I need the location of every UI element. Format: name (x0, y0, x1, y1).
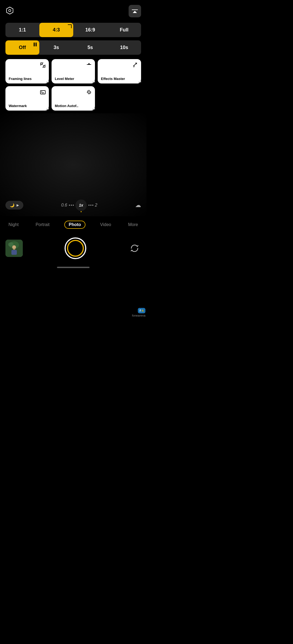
level-meter-label: Level Meter (55, 77, 92, 81)
corner-bracket (91, 107, 95, 111)
zoom-bar: 🌙 ▶ 0.6 1x 2 ☁ (0, 199, 146, 211)
corner-bracket (91, 80, 95, 83)
svg-rect-9 (40, 91, 45, 94)
zoom-toggle[interactable]: 🌙 ▶ (5, 201, 23, 210)
mode-night[interactable]: Night (6, 221, 21, 228)
framing-lines-card[interactable]: Framing lines (5, 59, 49, 83)
controls-panel: 1:1 4:3 16:9 Full Off 3s 5s 10s (0, 20, 146, 113)
svg-point-12 (89, 92, 90, 93)
svg-point-10 (42, 91, 42, 92)
flip-camera-button[interactable] (128, 242, 141, 255)
collapse-arrow-icon (133, 11, 137, 13)
bottom-controls (0, 233, 146, 265)
effects-master-card[interactable]: Effects Master (98, 59, 141, 83)
svg-rect-17 (11, 250, 17, 255)
svg-rect-18 (13, 248, 15, 250)
fonearena-text: fonearena (132, 314, 145, 317)
mode-portrait[interactable]: Portrait (33, 221, 52, 228)
level-meter-icon (86, 62, 92, 69)
mode-selector: Night Portrait Photo Video More (0, 216, 146, 233)
mode-more[interactable]: More (126, 221, 140, 228)
features-grid-row2: Watermark Motion Autof.. (5, 86, 141, 111)
shutter-inner-ring (67, 240, 84, 257)
timer-5s[interactable]: 5s (73, 40, 107, 55)
zoom-current-button[interactable]: 1x (75, 199, 87, 211)
flip-camera-icon (129, 243, 140, 254)
corner-bracket (137, 80, 141, 83)
gallery-thumbnail[interactable] (5, 240, 23, 257)
zoom-levels: 0.6 1x 2 (61, 199, 97, 211)
effects-master-label: Effects Master (101, 77, 138, 81)
framing-lines-label: Framing lines (9, 77, 46, 81)
svg-marker-8 (88, 63, 90, 65)
home-bar (57, 267, 90, 268)
timer-10s[interactable]: 10s (107, 40, 141, 55)
zoom-current-value: 1x (79, 203, 83, 207)
mode-video[interactable]: Video (98, 221, 113, 228)
moon-icon: 🌙 (10, 203, 14, 207)
settings-icon[interactable] (5, 6, 14, 16)
watermark-icon (40, 89, 46, 96)
mode-photo[interactable]: Photo (64, 221, 85, 229)
motion-autofocus-icon (86, 89, 92, 96)
timer-3s[interactable]: 3s (39, 40, 73, 55)
viewfinder[interactable]: 🌙 ▶ 0.6 1x 2 ☁ (0, 113, 146, 216)
badge-f: F (139, 309, 141, 312)
zoom-dots-left (69, 205, 74, 206)
svg-point-0 (9, 9, 11, 12)
zoom-dots-right (88, 205, 93, 206)
arrow-right-icon: ▶ (17, 203, 19, 207)
level-meter-card[interactable]: Level Meter (52, 59, 95, 83)
ratio-selector: 1:1 4:3 16:9 Full (5, 23, 141, 37)
cloud-sync-icon[interactable]: ☁ (135, 202, 141, 209)
ratio-full[interactable]: Full (107, 23, 141, 37)
collapse-line (132, 9, 138, 10)
features-grid-row1: Framing lines Level Meter (5, 59, 141, 83)
ratio-4-3[interactable]: 4:3 (39, 23, 73, 37)
svg-rect-1 (41, 63, 42, 65)
top-bar (0, 0, 146, 20)
watermark-label: Watermark (9, 104, 46, 108)
framing-lines-icon (40, 62, 46, 69)
ratio-1-1[interactable]: 1:1 (5, 23, 39, 37)
ratio-16-9[interactable]: 16:9 (73, 23, 107, 37)
fonearena-badge: F A (138, 308, 145, 313)
watermark-area: F A fonearena (132, 308, 145, 317)
home-indicator (0, 265, 146, 270)
zoom-low-value[interactable]: 0.6 (61, 203, 67, 208)
shutter-button[interactable] (65, 237, 86, 259)
timer-off-label: Off (19, 45, 26, 50)
timer-selector: Off 3s 5s 10s (5, 40, 141, 55)
pause-icon (34, 43, 37, 46)
corner-bracket (45, 80, 49, 83)
zoom-high-value[interactable]: 2 (95, 203, 97, 208)
collapse-button[interactable] (129, 5, 141, 17)
watermark-card[interactable]: Watermark (5, 86, 49, 111)
ratio-4-3-label: 4:3 (53, 27, 60, 33)
motion-autofocus-card[interactable]: Motion Autof.. (52, 86, 95, 111)
svg-rect-2 (43, 66, 45, 67)
motion-autofocus-label: Motion Autof.. (55, 104, 92, 108)
ratio-corner-icon (68, 24, 72, 28)
effects-master-icon (132, 62, 138, 69)
thumbnail-image (5, 240, 23, 257)
timer-off[interactable]: Off (5, 40, 39, 55)
badge-a: A (142, 309, 144, 312)
corner-bracket (45, 107, 49, 111)
